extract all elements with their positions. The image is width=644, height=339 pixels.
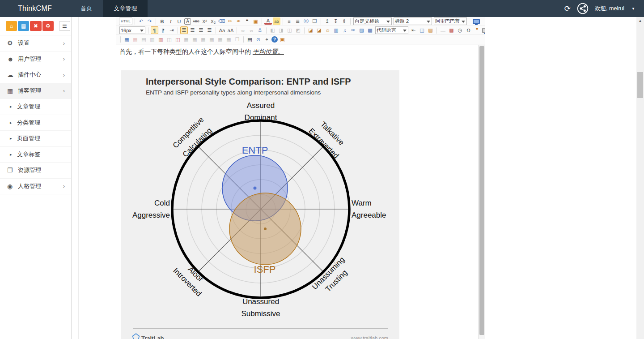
sidebar-item[interactable]: ☁ 插件中心 › — [0, 67, 71, 83]
anchor-button[interactable]: ⚓ — [256, 26, 264, 34]
strikethrough-button[interactable]: ABC — [192, 17, 200, 25]
preview-window-icon[interactable] — [482, 28, 485, 33]
emoji-button[interactable]: ☺ — [324, 26, 331, 34]
table-title-button[interactable]: ▤ — [140, 36, 148, 43]
horizontal-rule-button[interactable]: — — [439, 26, 447, 34]
font-color-button[interactable]: A — [264, 18, 272, 25]
menu-list-button[interactable]: ☰ — [59, 21, 70, 31]
underline-button[interactable]: U — [175, 17, 183, 25]
editor-scrollbar-thumb[interactable] — [479, 46, 484, 335]
paragraph-rtl-button[interactable]: ¶ — [159, 26, 167, 34]
album-button[interactable]: ▨ — [358, 26, 365, 34]
split-to-columns-button[interactable]: ▦ — [216, 36, 224, 43]
delete-row-button[interactable]: ▥ — [157, 36, 165, 43]
search-replace-button[interactable]: ⌖ — [263, 36, 271, 43]
refresh-icon[interactable]: ⟳ — [564, 4, 571, 13]
insert-doc-button[interactable]: ❐ — [233, 36, 241, 43]
editor-content[interactable]: 首先，看一下每种类型的人在这个人际空间中的 平均位置。 Interpersona… — [116, 45, 478, 339]
insert-table-button[interactable]: ▦ — [123, 36, 131, 43]
merge-down-button[interactable]: ▦ — [191, 36, 199, 43]
blockquote-button[interactable]: ❝ — [243, 17, 251, 25]
sidebar-item[interactable]: ❐ 资源管理 — [0, 163, 71, 179]
line-height-button[interactable]: ⇕ — [340, 17, 348, 25]
print-button[interactable]: ▤ — [246, 36, 254, 43]
sidebar-item[interactable]: ▸ 页面管理 — [0, 131, 71, 147]
merge-cells-button[interactable]: ▦ — [199, 36, 207, 43]
align-center-button[interactable]: ☰ — [189, 26, 196, 34]
page-scrollbar[interactable]: ▲ — [636, 17, 644, 339]
trash-button[interactable]: ✖ — [30, 21, 41, 31]
custom-title-select[interactable]: 自定义标题 — [353, 17, 392, 25]
eraser-button[interactable]: ⌫ — [218, 17, 225, 25]
undo-button[interactable]: ↶ — [137, 17, 145, 25]
indent-button[interactable]: ⇥ — [168, 26, 175, 34]
redo-button[interactable]: ↷ — [146, 17, 153, 25]
insert-image-button[interactable]: ◪ — [307, 26, 314, 34]
paragraph-format-select[interactable]: 标题 2 — [394, 17, 432, 25]
paragraph-spacing-button[interactable]: ↧ — [332, 17, 339, 25]
insert-video-button[interactable]: ▥ — [332, 26, 340, 34]
align-justify-button[interactable]: ☰ — [206, 26, 213, 34]
align-right-button[interactable]: ☰ — [197, 26, 205, 34]
delete-table-button[interactable]: ▦ — [131, 36, 139, 43]
sidebar-item[interactable]: ▸ 文章标签 — [0, 147, 71, 163]
map-button[interactable]: ▩ — [366, 26, 374, 34]
review-comment-button[interactable]: ❞ — [473, 26, 481, 34]
drafts-button[interactable]: ▣ — [279, 36, 286, 43]
unordered-list-button[interactable]: ≣ — [294, 17, 301, 25]
brand-logo[interactable]: ThinkCMF — [0, 4, 70, 13]
superscript-button[interactable]: X² — [201, 17, 208, 25]
welcome-text[interactable]: 欢迎, meirui — [595, 5, 624, 13]
anchor-ref-button[interactable]: ⓐ — [302, 17, 310, 25]
home-button[interactable]: ⌂ — [6, 21, 17, 31]
sidebar-item[interactable]: ☻ 用户管理 › — [0, 51, 71, 68]
delete-column-button[interactable]: ◫ — [174, 36, 182, 43]
image-center-button[interactable]: ◨ — [277, 26, 285, 34]
image-inline-button[interactable]: ◩ — [294, 26, 302, 34]
split-to-rows-button[interactable]: ▦ — [208, 36, 216, 43]
sidebar-item[interactable]: ⚙ 设置 › — [0, 35, 71, 51]
help-button[interactable]: ? — [271, 36, 278, 43]
clear-cache-button[interactable]: ♻ — [42, 21, 54, 31]
link-button[interactable]: ∞ — [239, 26, 247, 34]
attachment-button[interactable]: ✑ — [349, 26, 357, 34]
insert-date-button[interactable]: ▦ — [448, 26, 455, 34]
bold-button[interactable]: B — [158, 17, 166, 25]
code-language-select[interactable]: 代码语言 — [375, 26, 408, 34]
margin-top-button[interactable]: ↥ — [323, 17, 331, 25]
image-float-left-button[interactable]: ◧ — [269, 26, 276, 34]
to-uppercase-button[interactable]: Aa — [218, 26, 226, 34]
fullscreen-icon[interactable] — [473, 19, 480, 24]
insert-row-above-button[interactable]: ▥ — [148, 36, 156, 43]
new-page-button[interactable]: ❐ — [311, 17, 318, 25]
subscript-button[interactable]: X₂ — [209, 17, 217, 25]
sidebar-item[interactable]: ▦ 博客管理 › — [0, 83, 71, 99]
preview-button[interactable]: ⊙ — [254, 36, 262, 43]
format-brush-button[interactable]: ✏ — [226, 17, 234, 25]
to-lowercase-button[interactable]: aA — [227, 26, 234, 34]
auto-typeset-button[interactable]: ✒ — [235, 17, 242, 25]
align-left-button[interactable]: ☰ — [180, 26, 188, 34]
columns-button[interactable]: ◫ — [418, 26, 426, 34]
insert-music-button[interactable]: ♫ — [341, 26, 348, 34]
navbar-tab[interactable]: 首页 — [70, 0, 103, 17]
unlink-button[interactable]: ∞ — [248, 26, 255, 34]
insert-code-button[interactable]: ⇤ — [410, 26, 417, 34]
font-size-select[interactable]: 16px — [119, 26, 145, 34]
merge-right-button[interactable]: ▦ — [182, 36, 190, 43]
source-code-button[interactable]: HTML — [119, 17, 132, 25]
font-border-button[interactable]: A — [184, 18, 191, 25]
ordered-list-button[interactable]: ≡ — [285, 17, 293, 25]
insert-time-button[interactable]: ◷ — [456, 26, 464, 34]
scroll-up-arrow-icon[interactable]: ▲ — [636, 19, 644, 23]
image-float-right-button[interactable]: ◫ — [286, 26, 293, 34]
highlight-color-button[interactable]: ab — [273, 17, 280, 25]
split-cells-button[interactable]: ▦ — [225, 36, 233, 43]
paragraph-ltr-button[interactable]: ¶ — [151, 26, 158, 34]
sidebar-item[interactable]: ▸ 分类管理 — [0, 115, 71, 131]
font-family-select[interactable]: 阿里巴巴普 — [434, 17, 467, 25]
special-char-button[interactable]: Ω — [465, 26, 472, 34]
paste-plain-button[interactable]: ▣ — [252, 17, 259, 25]
sidebar-item[interactable]: ◉ 人格管理 › — [0, 179, 71, 195]
editor-scrollbar[interactable] — [478, 45, 485, 339]
